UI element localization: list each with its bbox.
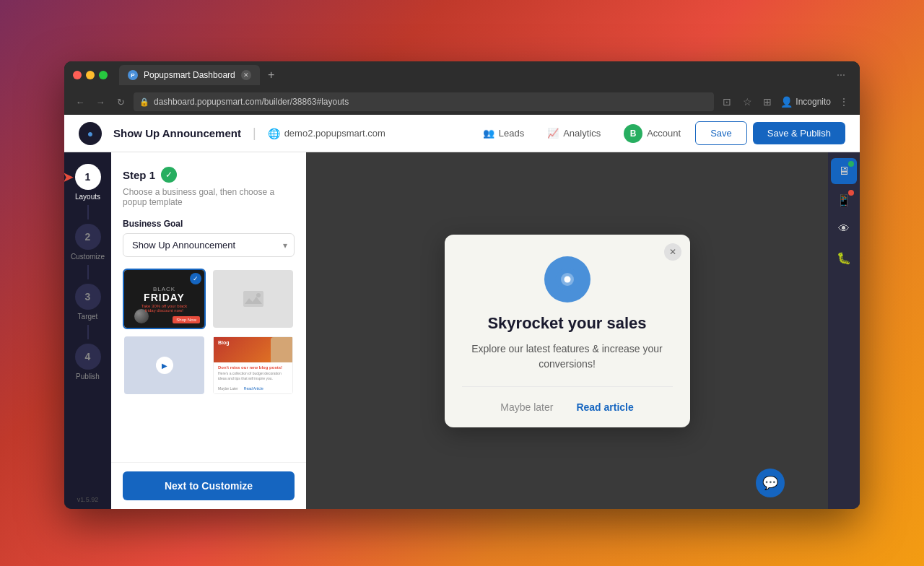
site-url: 🌐 demo2.popupsmart.com: [268, 128, 385, 139]
leads-icon: 👥: [483, 128, 494, 139]
step-circle-1[interactable]: 1: [75, 164, 101, 190]
modal-title: Skyrocket your sales: [462, 314, 673, 333]
modal-logo: [544, 256, 590, 302]
blog-person-image: [271, 337, 292, 362]
step-desc: Choose a business goal, then choose a po…: [123, 187, 295, 207]
cast-icon[interactable]: ⊡: [720, 95, 734, 109]
blog-header-image: Blog: [214, 337, 292, 362]
debug-button[interactable]: 🐛: [831, 245, 857, 271]
maximize-traffic-light[interactable]: [99, 71, 108, 79]
save-button[interactable]: Save: [695, 121, 747, 145]
sidebar-step-target[interactable]: 3 Target: [75, 284, 101, 321]
bookmark-icon[interactable]: ☆: [740, 95, 754, 109]
analytics-nav-link[interactable]: 📈 Analytics: [539, 123, 609, 143]
bf-shop-btn: Shop Now: [173, 316, 200, 323]
account-nav-link[interactable]: B Account: [615, 120, 689, 147]
sidebar-step-publish[interactable]: 4 Publish: [75, 344, 101, 380]
preview-area: ✕ Skyrocket your sales Explore our lates…: [306, 152, 828, 509]
preview-button[interactable]: 👁: [831, 216, 857, 242]
blog-body: Here's a collection of budget decoration…: [218, 371, 288, 380]
svg-point-1: [256, 293, 261, 297]
step-connector-2: [87, 265, 89, 279]
template-black-friday[interactable]: BLACK FRIDAY Take 30% off your black fri…: [123, 269, 206, 329]
next-to-customize-button[interactable]: Next to Customize: [123, 471, 295, 500]
step-circle-2[interactable]: 2: [75, 224, 101, 250]
tab-bar: P Popupsmart Dashboard ✕ +: [119, 65, 788, 85]
blog-title: Don't miss our new blog posts!: [218, 365, 288, 370]
modal-description: Explore our latest features & increase y…: [462, 341, 673, 372]
browser-window: P Popupsmart Dashboard ✕ + ⋯ ← → ↻ 🔒 das…: [64, 61, 860, 509]
business-goal-select[interactable]: Show Up Announcement: [123, 233, 295, 257]
extensions-icon[interactable]: ⊞: [760, 95, 775, 109]
desktop-view-button[interactable]: 🖥: [831, 158, 857, 184]
blog-content: Don't miss our new blog posts! Here's a …: [214, 362, 292, 385]
tab-title: Popupsmart Dashboard: [144, 70, 235, 80]
minimize-traffic-light[interactable]: [86, 71, 95, 79]
template-video[interactable]: ▶: [123, 335, 206, 396]
template-img-placeholder: [213, 270, 293, 328]
business-goal-label: Business Goal: [123, 219, 295, 229]
account-initial: B: [630, 129, 637, 139]
svg-rect-0: [243, 291, 263, 307]
desktop-icon: 🖥: [838, 165, 850, 178]
app-content: ● Show Up Announcement | 🌐 demo2.popupsm…: [64, 115, 860, 509]
save-publish-button[interactable]: Save & Publish: [753, 122, 845, 144]
address-bar[interactable]: 🔒 dashboard.popupsmart.com/builder/38863…: [134, 92, 714, 111]
tab-close-button[interactable]: ✕: [241, 70, 251, 80]
chat-support-button[interactable]: 💬: [756, 469, 785, 497]
sidebar-step-layouts[interactable]: ➤ 1 Layouts: [75, 164, 101, 201]
browser-tab[interactable]: P Popupsmart Dashboard ✕: [119, 65, 260, 85]
step-panel: Step 1 ✓ Choose a business goal, then ch…: [111, 152, 306, 509]
maybe-later-link: Maybe Later: [218, 386, 238, 391]
panel-content: Step 1 ✓ Choose a business goal, then ch…: [111, 152, 306, 462]
right-tools-panel: 🖥 📱 👁 🐛: [828, 152, 860, 509]
blog-links: Maybe Later Read Article: [214, 385, 292, 393]
back-button[interactable]: ←: [73, 95, 87, 109]
browser-actions: ⊡ ☆ ⊞ 👤 Incognito ⋮: [720, 95, 851, 109]
incognito-badge: 👤 Incognito: [780, 96, 831, 108]
sidebar-step-customize[interactable]: 2 Customize: [71, 224, 105, 261]
left-sidebar: ➤ 1 Layouts 2 Customize 3 Target 4: [64, 152, 111, 509]
globe-icon: 🌐: [268, 128, 280, 139]
forward-button[interactable]: →: [93, 95, 108, 109]
main-layout: ➤ 1 Layouts 2 Customize 3 Target 4: [64, 152, 860, 509]
incognito-label: Incognito: [796, 97, 831, 107]
nav-links: 👥 Leads 📈 Analytics B Account Save Save …: [474, 120, 845, 147]
leads-nav-link[interactable]: 👥 Leads: [474, 123, 533, 143]
eye-icon: 👁: [838, 222, 850, 235]
step-label-layouts: Layouts: [75, 193, 100, 201]
nav-separator: |: [253, 126, 256, 141]
step-header: Step 1 ✓: [123, 167, 295, 183]
refresh-button[interactable]: ↻: [113, 95, 128, 109]
analytics-label: Analytics: [563, 128, 601, 139]
templates-grid: BLACK FRIDAY Take 30% off your black fri…: [123, 269, 295, 396]
template-placeholder[interactable]: [212, 269, 295, 329]
svg-point-4: [564, 276, 570, 282]
modal-close-button[interactable]: ✕: [664, 243, 681, 261]
step-circle-3[interactable]: 3: [75, 284, 101, 310]
step-circle-4[interactable]: 4: [75, 344, 101, 370]
tab-favicon: P: [128, 70, 138, 80]
close-traffic-light[interactable]: [73, 71, 82, 79]
panel-footer: Next to Customize: [111, 462, 306, 509]
account-avatar: B: [624, 124, 642, 143]
app-logo: ●: [79, 122, 102, 145]
browser-controls: ← → ↻ 🔒 dashboard.popupsmart.com/builder…: [64, 89, 860, 115]
step-label-customize: Customize: [71, 253, 105, 261]
template-blog[interactable]: Blog Don't miss our new blog posts! Here…: [212, 335, 295, 396]
mobile-view-button[interactable]: 📱: [831, 187, 857, 213]
template-img-video: ▶: [124, 336, 204, 394]
version-label: v1.5.92: [77, 496, 99, 509]
modal-overlay: ✕ Skyrocket your sales Explore our lates…: [306, 152, 828, 509]
app-title: Show Up Announcement: [113, 127, 241, 139]
mobile-status-dot: [848, 190, 854, 196]
traffic-lights: [73, 71, 108, 79]
analytics-icon: 📈: [547, 128, 559, 139]
step-connector-3: [87, 325, 89, 339]
new-tab-button[interactable]: +: [263, 66, 280, 84]
desktop-status-dot: [848, 161, 854, 167]
menu-icon[interactable]: ⋮: [837, 95, 851, 109]
leads-label: Leads: [499, 128, 524, 139]
maybe-later-button[interactable]: Maybe later: [500, 401, 553, 413]
read-article-button[interactable]: Read article: [576, 401, 633, 413]
